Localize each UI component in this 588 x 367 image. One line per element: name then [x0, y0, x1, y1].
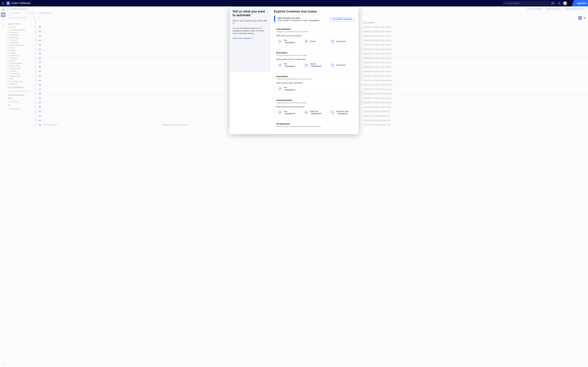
chat-icon	[278, 87, 282, 91]
section-subtitle: Create new content based on your instruc…	[276, 78, 351, 80]
doc-icon	[330, 63, 335, 67]
option-label: Text	[284, 86, 295, 89]
option-generation-text[interactable]: Text Generative AI	[276, 85, 301, 92]
option-extraction-text[interactable]: Text Generative AI	[276, 61, 301, 68]
mail-icon	[304, 39, 309, 44]
brand-logo: appian	[569, 0, 588, 7]
section-options: Text Generative AI Email Text Generative…	[276, 109, 353, 116]
section-extraction: Extraction Extract specific information …	[274, 49, 356, 71]
option-extraction-emails[interactable]: Emails Generative AI	[303, 61, 327, 68]
modal-overlay[interactable]: Tell us what you want to automate Select…	[0, 7, 588, 367]
option-label: Email Text	[310, 110, 322, 112]
dialog-right-panel: Explore Common Use Cases Don't see your …	[271, 7, 359, 134]
section-generation: Generation Create new content based on y…	[274, 73, 356, 94]
option-classification-emails[interactable]: Emails	[303, 38, 327, 45]
external-link-icon: ⧉	[251, 38, 252, 39]
user-avatar[interactable]	[563, 1, 567, 5]
section-subtitle: Find personally identifiable information…	[276, 125, 351, 127]
section-summarization: Summarization Create a high-level summar…	[274, 97, 356, 118]
collapse-toggle[interactable]: ˄	[351, 51, 353, 55]
option-label: Text	[284, 63, 295, 65]
option-label: Documents	[336, 64, 346, 66]
option-label: Documents	[336, 40, 346, 42]
generative-ai-badge: Generative AI	[284, 65, 295, 67]
option-label: Text	[284, 39, 295, 41]
dialog-left-title: Tell us what you want to automate	[233, 10, 268, 17]
collapse-toggle[interactable]: ˄	[351, 99, 353, 102]
section-subtitle: Extract specific information from conten…	[276, 54, 351, 56]
generative-ai-badge: Generative AI	[311, 65, 322, 67]
generative-ai-badge: Generative AI	[284, 89, 295, 91]
learn-link-label: Learn what's available	[233, 37, 250, 39]
option-classification-text[interactable]: Text Generative AI	[276, 38, 301, 45]
doc-icon	[330, 39, 335, 44]
section-prompt: What would you like to summarize?	[276, 106, 353, 108]
mail-icon	[304, 110, 309, 115]
collapse-toggle[interactable]: ˄	[351, 28, 353, 31]
option-extraction-documents[interactable]: Documents	[329, 61, 353, 68]
option-label: Document Text	[336, 110, 348, 112]
section-options: Text Generative AI Emails Generative AI …	[276, 61, 353, 68]
back-button[interactable]: ❮	[1, 1, 5, 5]
section-title: Summarization	[276, 99, 351, 101]
try-prompt-builder-button[interactable]: TRY PROMPT BUILDER	[330, 17, 354, 21]
section-options: Text Generative AI Emails Documents	[276, 38, 353, 45]
app-switcher-icon[interactable]	[6, 1, 10, 5]
generative-ai-badge: Generative AI	[309, 19, 320, 22]
banner-subtitle-text: Build a prompt to manipulate text using	[278, 19, 308, 21]
section-title: Extraction	[276, 51, 351, 54]
dialog-right-title: Explore Common Use Cases	[274, 10, 358, 13]
option-label: Emails	[310, 40, 316, 42]
section-title: PII Detection	[276, 123, 351, 125]
search-icon	[504, 2, 506, 4]
generative-ai-badge: Generative AI	[284, 113, 295, 115]
dialog-left-p2: You can also explore ready-to-use AI cap…	[233, 27, 268, 35]
section-title: Classification	[276, 28, 351, 30]
app-header: ❮ Order Fulfillment ▾ appian	[0, 0, 588, 7]
section-classification: Classification Categorize content based …	[274, 26, 356, 47]
option-classification-documents[interactable]: Documents	[329, 38, 353, 45]
option-summarization-document-text[interactable]: Document Text Generative AI	[329, 109, 353, 116]
gear-icon	[551, 2, 553, 4]
section-pii-detection: PII Detection Find personally identifiab…	[274, 120, 356, 130]
search-input[interactable]	[507, 2, 547, 4]
option-summarization-text[interactable]: Text Generative AI	[276, 109, 301, 116]
generative-ai-badge: Generative AI	[311, 113, 322, 115]
generative-ai-badge: Generative AI	[284, 42, 295, 44]
ai-skill-dialog: Tell us what you want to automate Select…	[229, 7, 359, 134]
chat-icon	[278, 39, 282, 44]
section-subtitle: Categorize content based on certain trai…	[276, 31, 351, 33]
banner-title: Don't see your use case?	[278, 17, 330, 19]
app-grid-button[interactable]	[557, 1, 561, 5]
option-summarization-email-text[interactable]: Email Text Generative AI	[303, 109, 327, 116]
section-prompt: What would you like to classify?	[276, 35, 353, 37]
dialog-left-p1: Select a skill to automate your process …	[233, 19, 268, 25]
dialog-left-panel: Tell us what you want to automate Select…	[229, 7, 271, 72]
chat-icon	[278, 110, 282, 115]
mail-icon	[304, 63, 309, 67]
section-options: Text Generative AI	[276, 85, 353, 92]
doc-icon	[330, 110, 335, 115]
chat-icon	[278, 63, 282, 67]
collapse-toggle[interactable]: ˄	[351, 75, 353, 78]
banner-subtitle: Build a prompt to manipulate text using …	[278, 19, 330, 22]
generative-ai-badge: Generative AI	[337, 113, 348, 115]
option-label: Emails	[310, 63, 322, 65]
option-label: Text	[284, 110, 295, 112]
collapse-toggle[interactable]: ˄	[351, 123, 353, 126]
page-title: Order Fulfillment	[11, 2, 31, 5]
section-subtitle: Create a high-level summary of content.	[276, 102, 351, 104]
prompt-builder-banner: Don't see your use case? Build a prompt …	[274, 15, 356, 23]
section-prompt: What would you like to generate?	[276, 82, 353, 84]
settings-dropdown[interactable]: ▾	[550, 1, 556, 5]
section-prompt: Where would you like to extract data?	[276, 58, 353, 60]
global-search[interactable]	[503, 1, 549, 5]
learn-link[interactable]: Learn what's available ⧉	[233, 37, 268, 39]
apps-icon	[558, 2, 560, 4]
section-title: Generation	[276, 75, 351, 78]
